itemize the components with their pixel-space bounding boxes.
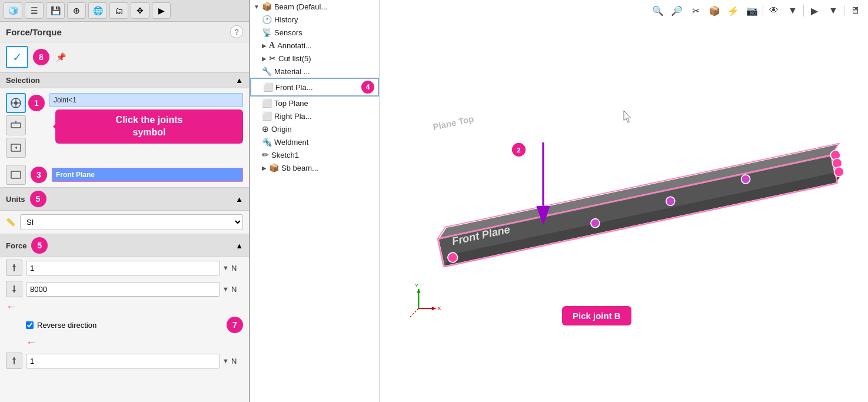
right-area: ▼ 📦 Beam (Defaul... 🕐 History 📡 Sensors … (250, 0, 868, 402)
tree-item-origin[interactable]: ⊕ Origin (250, 122, 379, 135)
tree-item-rightplane[interactable]: ⬜ Right Pla... (250, 109, 379, 122)
tree-cutlist-icon: ✂ (269, 54, 276, 63)
torque-button[interactable] (6, 138, 26, 158)
force-section-header[interactable]: Force 5 ▲ (0, 234, 249, 257)
force-unit-bottom: N (231, 357, 243, 366)
tree-item-frontplane[interactable]: ⬜ Front Pla... 4 (250, 78, 379, 97)
tree-sbbeam-expand: ▶ (262, 165, 267, 171)
tree-item-cutlist[interactable]: ▶ ✂ Cut list(5) (250, 52, 379, 65)
toolbar-save-icon[interactable]: 💾 (46, 2, 65, 19)
toolbar-globe-icon[interactable]: 🌐 (88, 2, 107, 19)
toolbar-arrow-icon[interactable]: ▶ (152, 2, 171, 19)
tree-weldment-label: Weldment (274, 138, 375, 147)
toolbar-move-icon[interactable]: ✥ (131, 2, 149, 19)
tree-item-weldment[interactable]: 🔩 Weldment (250, 135, 379, 148)
reverse-direction-label: Reverse direction (37, 321, 97, 330)
step-3-badge: 3 (31, 167, 47, 183)
click-joints-tooltip: Click the joints symbol (55, 109, 243, 144)
tree-weldment-icon: 🔩 (262, 137, 272, 147)
step-1-badge: 1 (28, 95, 45, 111)
tooltip-line2: symbol (64, 127, 235, 139)
svg-text:Y: Y (415, 282, 419, 288)
help-button[interactable]: ? (230, 25, 243, 38)
units-select[interactable]: SI (20, 214, 243, 230)
joint-selection-field[interactable]: Joint<1 (49, 93, 243, 107)
units-section-header[interactable]: Units 5 ▲ (0, 187, 249, 211)
tooltip-line1: Click the joints (64, 114, 235, 127)
tree-rightplane-icon: ⬜ (262, 111, 272, 121)
viewport: 🔍 🔎 ✂ 📦 ⚡ 📷 👁 ▼ ▶ ▼ 🖥 (380, 0, 868, 402)
toolbar-layers-icon[interactable]: 🗂 (109, 2, 128, 19)
tree-item-sketch1[interactable]: ✏ Sketch1 (250, 148, 379, 161)
svg-marker-30 (417, 289, 421, 293)
tree-history-icon: 🕐 (262, 15, 272, 24)
step-5-badge: 5 (30, 191, 46, 207)
step-4-badge: 4 (361, 81, 374, 94)
tree-origin-label: Origin (271, 125, 375, 134)
plane-select-button[interactable] (6, 165, 26, 185)
tree-item-sensors[interactable]: 📡 Sensors (250, 26, 379, 39)
force-dropdown-bottom[interactable]: ▼ (222, 357, 229, 364)
tree-item-sbbeam[interactable]: ▶ 📦 Sb beam... (250, 161, 379, 174)
panel-toolbar: 🧊 ☰ 💾 ⊕ 🌐 🗂 ✥ ▶ (0, 0, 249, 22)
svg-marker-33 (432, 307, 436, 311)
tree-annotations-expand: ▶ (262, 42, 267, 49)
tree-sensors-icon: 📡 (262, 28, 272, 37)
tree-frontplane-label: Front Pla... (275, 83, 357, 92)
step-7-badge: 7 (227, 317, 243, 333)
tree-topplane-icon: ⬜ (262, 98, 272, 108)
tree-material-icon: 🔧 (262, 67, 272, 76)
force-input-bottom[interactable] (26, 354, 220, 368)
toolbar-crosshair-icon[interactable]: ⊕ (67, 2, 86, 19)
tree-item-topplane[interactable]: ⬜ Top Plane (250, 97, 379, 109)
plane-selection-field[interactable]: Front Plane (52, 168, 243, 182)
joint-select-button[interactable] (6, 93, 26, 113)
force-input-1[interactable] (26, 261, 220, 275)
svg-marker-38 (624, 111, 631, 122)
svg-text:X: X (437, 305, 441, 311)
beam-visualization: Y X Front Plane (380, 0, 868, 402)
step-8-badge: 8 (33, 49, 49, 65)
panel-title-bar: Force/Torque ? (0, 22, 249, 42)
tree-item-history[interactable]: 🕐 History (250, 13, 379, 26)
reverse-direction-checkbox[interactable] (26, 321, 34, 329)
tree-root-icon: 📦 (262, 2, 272, 11)
tree-annotations-label: Annotati... (277, 41, 375, 50)
units-row: 📏 SI (0, 211, 249, 234)
toolbar-cube-icon[interactable]: 🧊 (4, 2, 22, 19)
force-dropdown-2[interactable]: ▼ (222, 285, 229, 293)
force-dropdown-1[interactable]: ▼ (222, 264, 229, 271)
tree-sbbeam-label: Sb beam... (281, 164, 375, 172)
tree-item-material[interactable]: 🔧 Material ... (250, 65, 379, 78)
svg-line-35 (409, 308, 419, 318)
content-split: ▼ 📦 Beam (Defaul... 🕐 History 📡 Sensors … (250, 0, 868, 402)
pin-button[interactable]: 📌 (54, 51, 67, 64)
force-unit-2: N (231, 285, 243, 294)
svg-rect-6 (11, 123, 21, 128)
toolbar-list-icon[interactable]: ☰ (25, 2, 44, 19)
force-input-2[interactable] (26, 282, 220, 297)
svg-point-1 (14, 101, 18, 105)
selection-label: Selection (6, 76, 40, 85)
force-label: Force (6, 241, 26, 250)
tree-item-annotations[interactable]: ▶ A Annotati... (250, 39, 379, 52)
units-collapse-icon: ▲ (235, 195, 243, 204)
tree-panel: ▼ 📦 Beam (Defaul... 🕐 History 📡 Sensors … (250, 0, 380, 402)
svg-rect-9 (11, 171, 21, 178)
tree-sbbeam-icon: 📦 (269, 163, 279, 172)
confirm-button[interactable]: ✓ (6, 46, 28, 68)
selection-section-header[interactable]: Selection ▲ (0, 72, 249, 88)
force-direction-button[interactable] (6, 115, 26, 135)
force-direction-up-icon[interactable] (6, 260, 22, 276)
tree-root[interactable]: ▼ 📦 Beam (Defaul... (250, 0, 379, 13)
ruler-icon: 📏 (6, 218, 15, 227)
force-direction-bottom-icon[interactable] (6, 353, 22, 369)
tree-root-label: Beam (Defaul... (274, 2, 375, 11)
tree-rightplane-label: Right Pla... (274, 112, 375, 121)
panel-content: Selection ▲ (0, 72, 249, 402)
tree-root-expand: ▼ (254, 4, 260, 10)
tree-frontplane-icon: ⬜ (263, 82, 273, 92)
force-row-2: ▼ N 6 (0, 278, 249, 300)
force-direction-icon[interactable] (6, 281, 22, 297)
svg-marker-15 (12, 357, 16, 360)
